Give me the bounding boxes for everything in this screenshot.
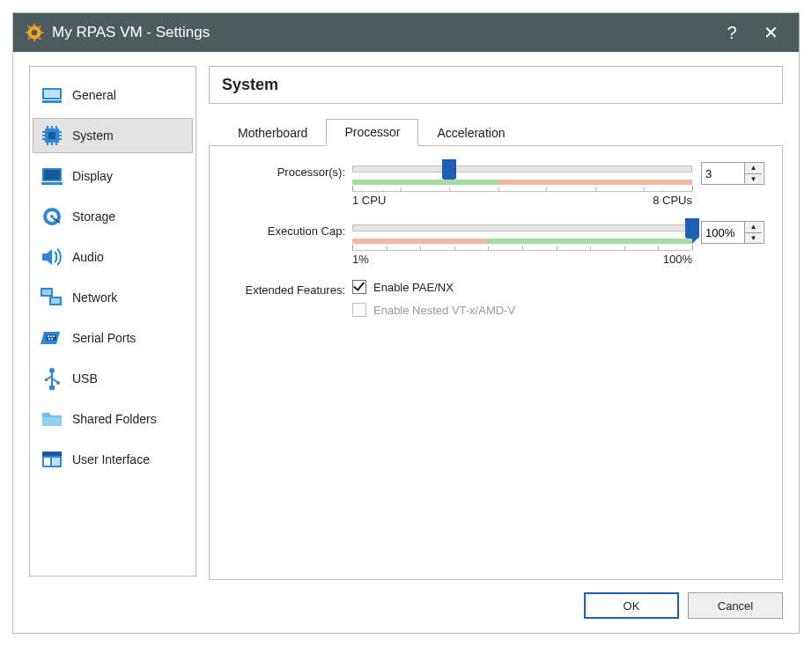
sidebar-item-label: Serial Ports	[72, 331, 136, 345]
svg-rect-35	[42, 290, 51, 295]
svg-rect-7	[27, 37, 30, 40]
svg-rect-5	[27, 26, 30, 28]
ui-icon	[41, 449, 63, 470]
spin-up-icon[interactable]: ▲	[745, 163, 762, 173]
slider-thumb-icon[interactable]	[442, 159, 456, 179]
sidebar-item-display[interactable]: Display	[33, 158, 193, 194]
execution-cap-min-label: 1%	[352, 253, 369, 266]
client-area: General System Display	[13, 52, 799, 633]
speaker-icon	[41, 246, 63, 268]
svg-point-32	[50, 215, 54, 218]
enable-nested-vt-checkbox	[352, 303, 366, 317]
display-icon	[41, 165, 63, 187]
sidebar-item-label: Network	[72, 290, 117, 305]
settings-window: My RPAS VM - Settings ? ✕ General System	[12, 12, 800, 634]
execution-cap-label: Execution Cap:	[220, 221, 352, 238]
sidebar-item-usb[interactable]: USB	[33, 361, 193, 396]
category-sidebar: General System Display	[29, 66, 196, 577]
svg-rect-1	[33, 24, 35, 26]
svg-point-39	[48, 335, 49, 337]
processor-count-spinbox[interactable]: ▲ ▼	[701, 162, 764, 185]
sidebar-item-user-interface[interactable]: User Interface	[33, 442, 193, 477]
sidebar-item-label: Display	[72, 169, 113, 183]
svg-point-41	[53, 335, 55, 337]
sidebar-item-label: General	[72, 88, 116, 102]
svg-rect-4	[41, 32, 43, 33]
tab-strip: Motherboard Processor Acceleration	[209, 118, 783, 146]
heading-box: System	[209, 66, 783, 104]
folder-icon	[41, 408, 63, 430]
svg-rect-29	[41, 182, 63, 185]
title-bar: My RPAS VM - Settings ? ✕	[13, 13, 799, 52]
processor-count-input[interactable]	[702, 163, 744, 184]
gear-icon	[26, 24, 43, 41]
ok-button[interactable]: OK	[584, 592, 679, 619]
enable-pae-nx-label: Enable PAE/NX	[373, 281, 454, 294]
cancel-button[interactable]: Cancel	[688, 592, 783, 619]
svg-point-42	[48, 338, 50, 340]
window-title: My RPAS VM - Settings	[52, 24, 712, 41]
tab-acceleration[interactable]: Acceleration	[418, 120, 523, 146]
sidebar-item-system[interactable]: System	[33, 118, 193, 153]
dialog-footer: OK Cancel	[209, 592, 783, 619]
svg-rect-12	[42, 100, 62, 103]
svg-rect-51	[42, 452, 62, 456]
tab-processor[interactable]: Processor	[326, 119, 418, 146]
sidebar-item-label: USB	[72, 371, 98, 386]
disk-icon	[41, 206, 63, 227]
svg-rect-52	[44, 458, 50, 466]
page-heading: System	[222, 76, 278, 93]
svg-rect-11	[44, 90, 60, 98]
tab-panel-processor: Processor(s):	[209, 146, 783, 580]
processor-count-min-label: 1 CPU	[352, 194, 386, 207]
spin-down-icon[interactable]: ▼	[745, 232, 762, 243]
svg-rect-46	[45, 378, 48, 381]
execution-cap-slider[interactable]	[352, 221, 692, 239]
processor-count-slider[interactable]	[352, 162, 692, 180]
svg-rect-49	[42, 417, 62, 426]
svg-rect-53	[52, 458, 60, 466]
enable-nested-vt-label: Enable Nested VT-x/AMD-V	[373, 304, 515, 317]
main-panel: System Motherboard Processor Acceleratio…	[209, 66, 783, 619]
sidebar-item-label: Shared Folders	[72, 412, 157, 426]
sidebar-item-label: User Interface	[72, 452, 150, 466]
help-button[interactable]: ?	[712, 24, 751, 41]
spin-down-icon[interactable]: ▼	[745, 173, 762, 184]
svg-point-43	[51, 338, 53, 340]
sidebar-item-storage[interactable]: Storage	[33, 199, 193, 234]
network-icon	[41, 287, 63, 308]
execution-cap-spinbox[interactable]: ▲ ▼	[701, 221, 764, 244]
sidebar-item-label: Audio	[72, 250, 104, 264]
svg-rect-37	[51, 298, 60, 304]
sidebar-item-serial-ports[interactable]: Serial Ports	[33, 320, 193, 356]
svg-rect-48	[49, 386, 55, 390]
sidebar-item-label: Storage	[72, 209, 115, 224]
processor-count-max-label: 8 CPUs	[653, 194, 692, 207]
svg-rect-8	[39, 37, 41, 40]
svg-point-9	[32, 30, 38, 36]
sidebar-item-label: System	[72, 129, 114, 143]
svg-rect-6	[39, 26, 41, 28]
spin-up-icon[interactable]: ▲	[745, 222, 762, 232]
execution-cap-input[interactable]	[702, 222, 744, 243]
svg-rect-14	[48, 132, 55, 139]
slider-thumb-icon[interactable]	[685, 218, 699, 238]
enable-pae-nx-checkbox[interactable]	[352, 280, 366, 294]
sidebar-item-general[interactable]: General	[33, 77, 193, 113]
processor-count-label: Processor(s):	[220, 162, 352, 179]
serial-icon	[41, 327, 63, 349]
svg-point-47	[56, 381, 60, 385]
svg-rect-28	[44, 170, 60, 180]
sidebar-item-shared-folders[interactable]: Shared Folders	[33, 401, 193, 437]
chip-icon	[41, 125, 63, 146]
sidebar-item-audio[interactable]: Audio	[33, 239, 193, 275]
svg-point-40	[50, 335, 52, 337]
monitor-icon	[41, 84, 63, 106]
svg-rect-2	[33, 39, 35, 41]
close-button[interactable]: ✕	[751, 24, 790, 41]
extended-features-label: Extended Features:	[220, 280, 352, 297]
execution-cap-max-label: 100%	[663, 253, 692, 266]
sidebar-item-network[interactable]: Network	[33, 280, 193, 315]
usb-icon	[41, 368, 63, 389]
tab-motherboard[interactable]: Motherboard	[219, 120, 326, 146]
